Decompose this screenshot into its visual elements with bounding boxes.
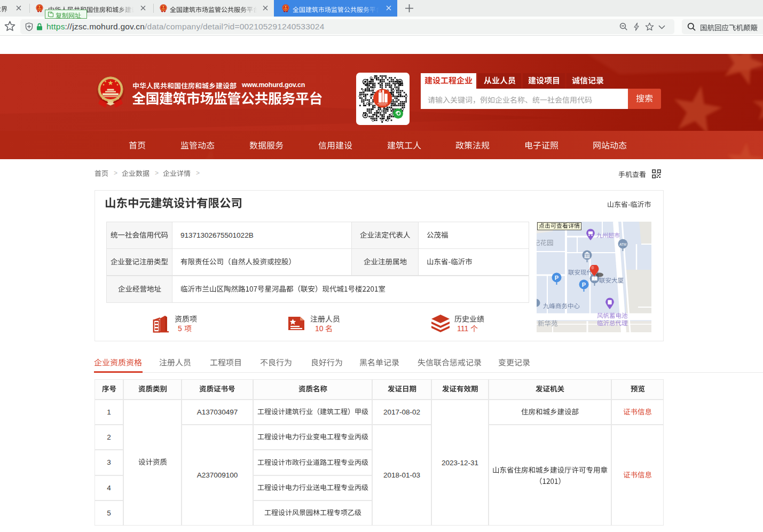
svg-text:P: P <box>582 281 586 288</box>
svg-text:ATM: ATM <box>619 242 626 246</box>
svg-text:P: P <box>555 275 559 281</box>
